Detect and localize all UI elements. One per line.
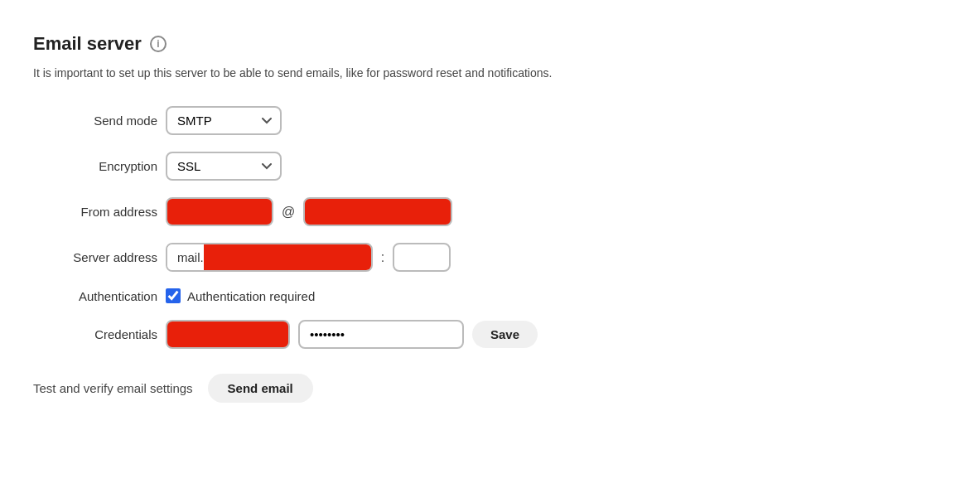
encryption-select[interactable]: None STARTTLS SSL (166, 152, 282, 181)
authentication-checkbox[interactable] (166, 288, 181, 303)
from-address-label: From address (33, 205, 157, 219)
authentication-label: Authentication (33, 289, 157, 303)
credentials-username-input[interactable] (166, 320, 290, 349)
send-mode-select[interactable]: SMTP Sendmail PHP mail Custom (166, 106, 282, 135)
credentials-row: Credentials Save (33, 320, 779, 349)
page-title: Email server (33, 33, 142, 55)
save-button[interactable]: Save (472, 321, 538, 348)
send-mode-row: Send mode SMTP Sendmail PHP mail Custom (33, 106, 779, 135)
authentication-required-text: Authentication required (187, 289, 315, 303)
at-symbol: @ (282, 205, 295, 220)
test-label: Test and verify email settings (33, 381, 193, 395)
server-domain-input[interactable] (204, 244, 371, 270)
page-description: It is important to set up this server to… (33, 66, 613, 80)
credentials-password-input[interactable] (298, 320, 464, 349)
email-server-form: Send mode SMTP Sendmail PHP mail Custom … (33, 106, 779, 349)
server-address-row: Server address mail. : 465 (33, 243, 779, 272)
info-icon[interactable]: i (150, 36, 167, 52)
server-prefix: mail. (167, 244, 204, 270)
server-address-label: Server address (33, 250, 157, 264)
send-mode-label: Send mode (33, 114, 157, 128)
authentication-checkbox-label[interactable]: Authentication required (166, 288, 315, 303)
test-row: Test and verify email settings Send emai… (33, 374, 947, 403)
credentials-label: Credentials (33, 327, 157, 341)
from-address-input[interactable] (166, 197, 273, 226)
encryption-row: Encryption None STARTTLS SSL (33, 152, 779, 181)
send-email-button[interactable]: Send email (208, 374, 313, 403)
port-input[interactable]: 465 (393, 243, 451, 272)
authentication-row: Authentication Authentication required (33, 288, 779, 303)
encryption-label: Encryption (33, 159, 157, 173)
server-input-group: mail. (166, 243, 373, 272)
colon-symbol: : (381, 250, 384, 265)
from-address-row: From address @ (33, 197, 779, 226)
from-address-domain-input[interactable] (303, 197, 452, 226)
